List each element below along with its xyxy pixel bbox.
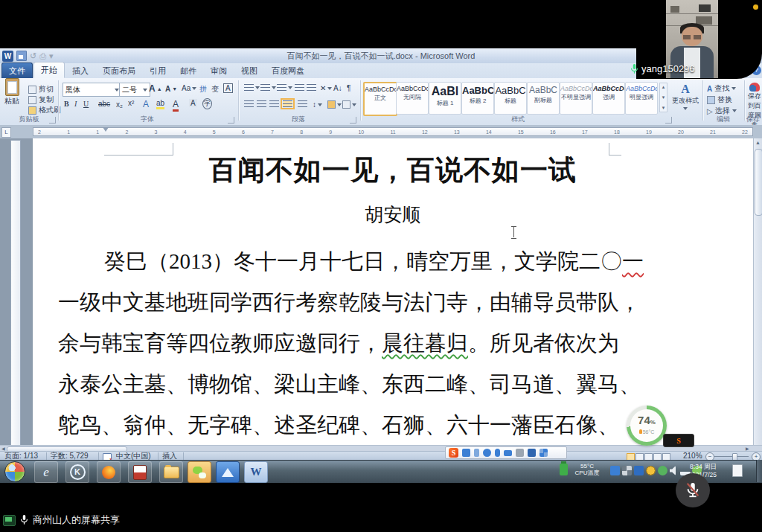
cut-button[interactable]: 剪切 <box>28 84 54 94</box>
document-page[interactable]: 百闻不如一见，百说不如一试 胡安顺 癸巳（2013）冬十一月十七日，晴空万里，文… <box>33 138 753 445</box>
usb-safely-remove-icon[interactable] <box>560 464 568 475</box>
first-line-indent-marker[interactable] <box>103 127 109 132</box>
italic-button[interactable]: I <box>74 100 77 108</box>
save-icon[interactable] <box>16 51 27 61</box>
align-right-button[interactable] <box>269 100 279 107</box>
mute-toggle-button[interactable] <box>676 473 710 507</box>
emoji-icon[interactable] <box>483 449 491 457</box>
underline-button[interactable]: U <box>83 100 89 108</box>
sogou-input-toolbar[interactable]: S <box>445 446 567 459</box>
font-name-combo[interactable]: 黑体 <box>63 83 122 97</box>
bold-button[interactable]: B <box>64 100 69 108</box>
paragraph-dialog-launcher[interactable] <box>350 117 356 124</box>
tab-page-layout[interactable]: 页面布局 <box>96 63 142 78</box>
tray-document-icon[interactable] <box>732 464 743 477</box>
style-intense-emphasis[interactable]: AaBbCcDd 明显强调 <box>625 82 658 115</box>
account-icon[interactable] <box>516 449 524 457</box>
taskbar-reader-icon[interactable] <box>128 461 152 483</box>
bullets-button[interactable] <box>244 84 260 91</box>
align-left-button[interactable] <box>244 100 254 107</box>
sogou-logo-icon[interactable]: S <box>449 448 458 458</box>
subscript-button[interactable]: x₂ <box>116 100 123 109</box>
taskbar-meeting-icon[interactable] <box>216 461 240 483</box>
tab-mailings[interactable]: 邮件 <box>173 63 203 78</box>
font-color-button[interactable]: A <box>173 99 179 112</box>
tray-meeting-icon[interactable] <box>634 466 644 475</box>
tab-file[interactable]: 文件 <box>1 63 33 78</box>
styles-gallery-scrollbar[interactable]: ▲▼▼ <box>659 83 667 112</box>
highlight-color-button[interactable]: ab <box>156 99 164 109</box>
character-border-button[interactable]: A <box>223 83 233 93</box>
align-center-button[interactable] <box>257 100 266 107</box>
scroll-up-icon[interactable]: ▲ <box>755 140 761 145</box>
borders-button[interactable] <box>342 100 356 109</box>
change-styles-button[interactable]: A 更改样式 <box>671 83 699 110</box>
change-chars-button[interactable]: 变 <box>211 84 219 94</box>
punctuation-icon[interactable] <box>474 449 479 457</box>
style-emphasis[interactable]: AaBbCcDd 强调 <box>592 82 625 115</box>
participant-video-panel[interactable]: yang150296 <box>636 0 762 79</box>
horizontal-ruler[interactable]: 2112345678910111213141516171819202122 <box>33 127 753 136</box>
show-desktop-button[interactable] <box>756 460 762 482</box>
vertical-scroll-thumb[interactable] <box>755 149 762 216</box>
text-effects-button[interactable]: A <box>143 99 149 109</box>
tab-view[interactable]: 视图 <box>234 63 264 78</box>
tray-app-icon[interactable] <box>610 466 620 475</box>
clipboard-dialog-launcher[interactable] <box>49 117 56 124</box>
vertical-ruler[interactable] <box>10 140 21 445</box>
start-button[interactable] <box>4 461 25 482</box>
distribute-button[interactable] <box>298 100 307 107</box>
find-button[interactable]: A查找 <box>707 83 736 94</box>
taskbar-explorer-icon[interactable] <box>159 461 183 483</box>
style-subtle-emphasis[interactable]: AaBbCcDd 不明显强调 <box>560 82 592 115</box>
voice-input-icon[interactable] <box>495 449 500 457</box>
vertical-scrollbar[interactable]: ▲ <box>753 138 762 445</box>
toolbox-icon[interactable] <box>540 449 548 457</box>
cpu-monitor-widget[interactable]: 74% 56°C <box>627 406 667 446</box>
multilevel-list-button[interactable] <box>277 84 292 91</box>
tray-checker-icon[interactable] <box>622 466 632 475</box>
copy-button[interactable]: 复制 <box>28 94 54 105</box>
style-no-spacing[interactable]: AaBbCcDc 无间隔 <box>396 82 429 115</box>
taskbar-word-icon[interactable]: W <box>244 461 268 483</box>
numbering-button[interactable] <box>260 84 276 91</box>
print-preview-icon[interactable]: ⎙ <box>39 51 46 61</box>
qat-dropdown-icon[interactable]: ▾ <box>49 51 54 61</box>
taskbar-ie-icon[interactable]: e <box>34 461 58 483</box>
style-heading1[interactable]: AaBl 标题 1 <box>429 82 461 115</box>
grow-font-button[interactable]: A▲ <box>149 83 162 94</box>
enclose-characters-button[interactable]: 字 <box>202 98 212 109</box>
tab-insert[interactable]: 插入 <box>65 63 95 78</box>
shrink-font-button[interactable]: A▼ <box>165 85 177 93</box>
font-size-combo[interactable]: 二号 <box>119 83 150 97</box>
zoom-slider-track[interactable] <box>714 456 749 457</box>
font-dialog-launcher[interactable] <box>228 117 234 124</box>
tab-baidu-netdisk[interactable]: 百度网盘 <box>265 63 311 78</box>
format-painter-button[interactable]: 格式刷 <box>28 105 61 115</box>
replace-button[interactable]: 替换 <box>707 94 732 105</box>
taskbar-firefox-icon[interactable] <box>97 461 121 483</box>
change-case-button[interactable]: Aa <box>182 84 196 92</box>
style-heading2[interactable]: AaBbC 标题 2 <box>461 82 494 115</box>
taskbar-wechat-icon[interactable] <box>188 461 211 483</box>
sort-button[interactable]: A↓ <box>333 84 342 92</box>
style-normal[interactable]: AaBbCcDc 正文 <box>363 82 397 116</box>
decrease-indent-button[interactable] <box>295 84 304 91</box>
tab-home[interactable]: 开始 <box>33 62 65 78</box>
tray-green-icon[interactable] <box>658 466 667 475</box>
tab-references[interactable]: 引用 <box>143 63 173 78</box>
tray-gold-icon[interactable] <box>646 466 656 475</box>
paste-button[interactable]: 粘贴 <box>0 78 24 115</box>
taskbar-k-app-icon[interactable]: K <box>65 461 89 483</box>
shading-button[interactable] <box>327 100 342 109</box>
keyboard-icon[interactable] <box>504 450 512 456</box>
language-mode-icon[interactable] <box>462 449 470 457</box>
tab-selector[interactable]: L <box>1 127 11 138</box>
style-subtitle[interactable]: AaBbC 副标题 <box>527 82 560 115</box>
show-marks-button[interactable]: ¶ <box>347 84 350 92</box>
styles-dialog-launcher[interactable] <box>665 117 672 124</box>
skin-icon[interactable] <box>528 449 536 457</box>
strikethrough-button[interactable]: abc <box>98 100 110 108</box>
character-shading-button[interactable]: A <box>189 99 197 107</box>
style-title[interactable]: AaBbC 标题 <box>494 82 527 115</box>
